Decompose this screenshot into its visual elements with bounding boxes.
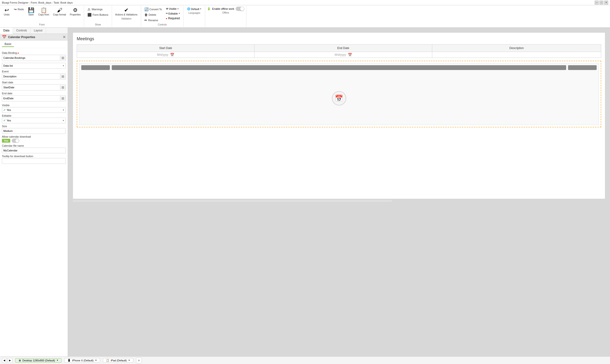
editable-caret: ▼ [178, 12, 180, 14]
properties-button[interactable]: ⚙ Properties [68, 7, 82, 17]
end-date-placeholder: M/d/yyyy [335, 53, 346, 56]
required-dot: ● [166, 17, 167, 20]
cal-bar-2 [112, 65, 566, 70]
visible-caret: ▼ [177, 8, 179, 10]
size-input[interactable] [2, 128, 66, 134]
rename-button[interactable]: ✏ Rename [143, 18, 163, 23]
controls-group-wrap: 🔄 Convert To 🗑 Delete ✏ Rename [143, 7, 182, 26]
desktop-caret: ▼ [56, 359, 58, 361]
end-date-browse-btn[interactable]: ⊞ [60, 96, 66, 101]
tab-controls[interactable]: Controls [13, 28, 30, 34]
end-date-field[interactable]: ⊞ [2, 95, 66, 101]
offline-group-label: Offline [222, 11, 229, 14]
visible-select[interactable]: ✔ Yes ▼ [2, 107, 66, 113]
start-date-field[interactable]: ⊞ [2, 84, 66, 91]
editable-select-value: ✔ Yes [3, 119, 11, 122]
editable-label: Editable [2, 114, 66, 117]
data-binding-field[interactable]: ⊞ [2, 55, 66, 61]
redo-button[interactable]: ↪ Redo [12, 7, 25, 12]
minimize-button[interactable]: — [595, 1, 598, 4]
nav-prev-button[interactable]: ◀ [2, 358, 7, 363]
warnings-button[interactable]: ⚠ Warnings [86, 7, 110, 12]
data-list-select[interactable]: Data list ▼ [2, 63, 66, 69]
window-controls: — □ ✕ [595, 1, 608, 4]
tab-data[interactable]: Data [0, 28, 13, 34]
calendar-filename-input[interactable] [2, 148, 66, 153]
calendar-widget: 📅 [77, 61, 601, 127]
col-end-date: End Date [255, 44, 432, 52]
start-date-input[interactable] [2, 85, 60, 90]
panel-content: Data Binding ● ⊞ Data list ▼ Event ⊞ [0, 48, 68, 356]
show-group-wrap: ⚠ Warnings ⬛ Form Buttons Show [86, 7, 110, 26]
left-panel: Data Controls Layout 📅 Calendar Properti… [0, 28, 68, 356]
editable-select[interactable]: ✔ Yes ▼ [2, 117, 66, 123]
offline-toggle-wrap: 🔋 Enable offline work [207, 7, 244, 11]
add-device-button[interactable]: + [136, 358, 142, 363]
close-button[interactable]: ✕ [604, 1, 608, 4]
basic-tab-button[interactable]: Basic [2, 41, 14, 47]
language-caret: ▼ [200, 8, 202, 10]
event-label: Event [2, 70, 66, 73]
undo-button[interactable]: ↩ Undo [2, 7, 12, 17]
allow-calendar-label: Allow calendar download [2, 135, 66, 138]
copy-from-button[interactable]: 📋 Copy from [37, 7, 51, 17]
end-date-input[interactable] [2, 95, 60, 101]
visible-button[interactable]: 👁 Visible ▼ [164, 7, 182, 11]
delete-icon: 🗑 [144, 13, 148, 17]
title-bar: Bizagi Forms Designer - Form: Book_days … [0, 0, 610, 5]
calendar-widget-inner: 📅 [79, 63, 599, 125]
editable-button[interactable]: ✏ Editable ▼ [164, 11, 182, 16]
allow-calendar-toggle[interactable]: Yes [2, 139, 66, 143]
desktop-device-tab[interactable]: 🖥 Desktop 1280x800 (Default) ▼ [15, 358, 61, 363]
actions-validations-button[interactable]: ✔ Actions & Validations [114, 7, 139, 17]
validation-group-label: Validation [121, 17, 132, 20]
iphone-label: iPhone X (Default) [72, 359, 94, 362]
nav-next-button[interactable]: ▶ [8, 358, 12, 363]
cal-body: 📅 [79, 72, 598, 125]
ribbon-show-group: ⚠ Warnings ⬛ Form Buttons Show [84, 6, 112, 27]
properties-icon: ⚙ [73, 8, 78, 13]
delete-button[interactable]: 🗑 Delete [143, 12, 163, 17]
panel-tabs: Data Controls Layout [0, 28, 68, 34]
canvas-scrollbar-h[interactable] [73, 200, 392, 202]
event-input[interactable] [2, 74, 60, 79]
ribbon: ↩ Undo ↪ Redo 💾 Save 📋 [0, 5, 610, 28]
event-browse-btn[interactable]: ⊞ [60, 74, 66, 79]
ribbon-validation-group: ✔ Actions & Validations Validation [112, 6, 141, 27]
visible-select-value: ✔ Yes [3, 108, 11, 112]
visible-icon: 👁 [166, 7, 168, 10]
tab-layout[interactable]: Layout [30, 28, 46, 34]
end-date-label: End date [2, 92, 66, 95]
form-canvas: Meetings Start Date End Date Description… [73, 32, 605, 199]
event-field[interactable]: ⊞ [2, 73, 66, 79]
data-binding-input[interactable] [2, 55, 60, 61]
form-group-label: Form [39, 23, 45, 26]
required-button[interactable]: ● Required [164, 16, 182, 21]
default-language-button[interactable]: 🌐 Default ▼ [186, 7, 203, 11]
save-button[interactable]: 💾 Save [26, 7, 36, 17]
show-group-label: Show [95, 23, 101, 26]
start-date-browse-btn[interactable]: ⊞ [60, 85, 66, 90]
col-start-date: Start Date [77, 44, 255, 52]
iphone-device-tab[interactable]: 📱 iPhone X (Default) ▼ [64, 358, 100, 363]
iphone-caret: ▼ [95, 359, 97, 361]
tooltip-input[interactable] [2, 158, 66, 164]
offline-toggle[interactable] [236, 7, 244, 11]
convert-to-button[interactable]: 🔄 Convert To [143, 7, 163, 12]
app-title: Bizagi Forms Designer - Form: Book_days … [2, 1, 73, 4]
ribbon-controls-group: 🔄 Convert To 🗑 Delete ✏ Rename [141, 6, 184, 27]
panel-close-button[interactable]: ✕ [63, 35, 66, 39]
start-date-placeholder: M/d/yyyy [157, 53, 168, 56]
ipad-device-tab[interactable]: 📋 iPad (Default) ▼ [103, 358, 133, 363]
data-binding-browse-btn[interactable]: ⊞ [60, 55, 66, 60]
copy-format-button[interactable]: 🖌 Copy format [52, 7, 67, 17]
maximize-button[interactable]: □ [599, 1, 603, 4]
ribbon-offline-group: 🔋 Enable offline work Offline [205, 6, 246, 27]
panel-header: 📅 Calendar Properties ✕ [0, 34, 68, 40]
visible-label: Visible [2, 104, 66, 107]
panel-title: Calendar Properties [8, 36, 35, 39]
rename-icon: ✏ [144, 18, 147, 22]
allow-calendar-switch[interactable] [12, 139, 19, 143]
editable-select-caret: ▼ [62, 119, 64, 122]
form-buttons-button[interactable]: ⬛ Form Buttons [86, 12, 110, 17]
